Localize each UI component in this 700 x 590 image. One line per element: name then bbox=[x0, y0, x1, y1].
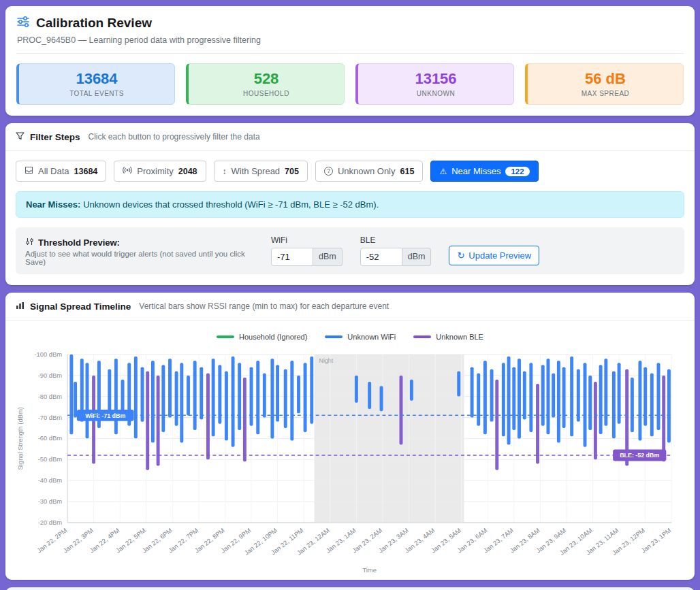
legend-item-household[interactable]: Household (Ignored) bbox=[217, 333, 307, 341]
filter-all-data-button[interactable]: All Data 13684 bbox=[16, 161, 106, 182]
legend-label: Household (Ignored) bbox=[239, 333, 307, 341]
legend-swatch bbox=[413, 335, 431, 338]
wifi-input-group: dBm bbox=[271, 248, 343, 266]
warning-icon: ⚠ bbox=[439, 167, 447, 176]
ble-unit-addon: dBm bbox=[402, 248, 432, 266]
timeline-chart: Night-100 dBm-90 dBm-80 dBm-70 dBm-60 dB… bbox=[14, 344, 686, 576]
refresh-icon: ↻ bbox=[457, 250, 464, 261]
svg-text:WiFi: -71 dBm: WiFi: -71 dBm bbox=[85, 412, 125, 419]
stat-label: TOTAL EVENTS bbox=[26, 90, 168, 97]
wifi-threshold-group: WiFi dBm bbox=[271, 235, 343, 266]
stat-unknown: 13156 UNKNOWN bbox=[355, 63, 514, 105]
ble-input-group: dBm bbox=[360, 248, 432, 266]
threshold-title: Threshold Preview: bbox=[38, 237, 120, 248]
ble-threshold-input[interactable] bbox=[360, 248, 402, 266]
funnel-icon bbox=[16, 131, 25, 143]
filter-proximity-button[interactable]: Proximity 2048 bbox=[114, 161, 206, 182]
sliders-icon bbox=[16, 16, 30, 31]
legend-swatch bbox=[217, 335, 234, 338]
arrows-vertical-icon: ↕ bbox=[223, 167, 227, 176]
stat-label: MAX SPREAD bbox=[535, 90, 676, 97]
filter-buttons-row: All Data 13684 Proximity 2048 ↕ With bbox=[16, 161, 684, 182]
svg-text:-50 dBm: -50 dBm bbox=[38, 456, 63, 463]
threshold-title-row: Threshold Preview: bbox=[25, 237, 253, 248]
stat-value: 13156 bbox=[365, 70, 507, 88]
filter-button-count: 2048 bbox=[178, 167, 197, 176]
svg-text:-90 dBm: -90 dBm bbox=[38, 372, 63, 379]
question-circle-icon: ? bbox=[324, 167, 333, 176]
stat-label: HOUSEHOLD bbox=[195, 90, 337, 97]
page: Calibration Review PROC_9645B0 — Learnin… bbox=[0, 0, 700, 590]
filter-button-label: With Spread bbox=[232, 166, 281, 176]
legend-swatch bbox=[325, 335, 343, 338]
filter-with-spread-button[interactable]: ↕ With Spread 705 bbox=[214, 161, 308, 182]
signal-spread-timeline-card: Signal Spread Timeline Vertical bars sho… bbox=[5, 293, 695, 580]
bar-chart-icon bbox=[16, 300, 25, 312]
legend-label: Unknown WiFi bbox=[347, 333, 396, 341]
filter-near-misses-button[interactable]: ⚠ Near Misses 122 bbox=[430, 161, 538, 182]
filter-button-label: Proximity bbox=[137, 166, 173, 176]
section-subtitle: Vertical bars show RSSI range (min to ma… bbox=[139, 301, 389, 311]
ble-threshold-group: BLE dBm bbox=[360, 235, 432, 266]
divider bbox=[16, 53, 684, 54]
filter-button-count: 13684 bbox=[74, 167, 98, 176]
wifi-label: WiFi bbox=[271, 235, 343, 245]
near-misses-info-banner: Near Misses:Unknown devices that crossed… bbox=[16, 191, 684, 218]
legend-item-unknown-ble[interactable]: Unknown BLE bbox=[413, 333, 483, 341]
adjust-sliders-icon bbox=[25, 237, 34, 248]
wifi-threshold-input[interactable] bbox=[271, 248, 313, 266]
ble-label: BLE bbox=[360, 235, 432, 245]
threshold-preview-box: Threshold Preview: Adjust to see what wo… bbox=[16, 227, 684, 274]
svg-text:-20 dBm: -20 dBm bbox=[38, 519, 63, 526]
stat-value: 13684 bbox=[26, 70, 168, 88]
svg-text:-60 dBm: -60 dBm bbox=[38, 435, 63, 442]
legend-label: Unknown BLE bbox=[436, 333, 483, 341]
x-axis-title: Time bbox=[362, 567, 376, 574]
legend-item-unknown-wifi[interactable]: Unknown WiFi bbox=[325, 333, 396, 341]
update-preview-label: Update Preview bbox=[468, 250, 531, 261]
wifi-unit-addon: dBm bbox=[313, 248, 343, 266]
page-title: Calibration Review bbox=[36, 16, 152, 31]
title-row: Calibration Review bbox=[16, 16, 684, 31]
calibration-review-card: Calibration Review PROC_9645B0 — Learnin… bbox=[5, 6, 695, 116]
svg-text:-30 dBm: -30 dBm bbox=[38, 498, 63, 505]
y-axis-title: Signal Strength (dBm) bbox=[17, 407, 24, 470]
filter-button-count: 705 bbox=[285, 167, 299, 176]
svg-text:BLE: -52 dBm: BLE: -52 dBm bbox=[620, 452, 659, 459]
next-card-peek bbox=[5, 587, 695, 590]
svg-text:Night: Night bbox=[319, 357, 334, 364]
svg-text:-100 dBm: -100 dBm bbox=[34, 351, 62, 358]
info-banner-bold: Near Misses: bbox=[26, 199, 80, 210]
info-banner-text: Unknown devices that crossed threshold (… bbox=[83, 199, 379, 210]
filter-body: All Data 13684 Proximity 2048 ↕ With bbox=[5, 151, 695, 285]
svg-text:-40 dBm: -40 dBm bbox=[38, 477, 63, 484]
filter-button-count: 122 bbox=[505, 167, 529, 176]
stat-value: 528 bbox=[195, 70, 337, 88]
section-title: Filter Steps bbox=[30, 132, 80, 142]
filter-button-count: 615 bbox=[400, 167, 415, 176]
stats-row: 13684 TOTAL EVENTS 528 HOUSEHOLD 13156 U… bbox=[16, 63, 684, 105]
filter-button-label: Unknown Only bbox=[338, 166, 396, 176]
threshold-subtitle: Adjust to see what would trigger alerts … bbox=[25, 250, 253, 266]
filter-steps-header: Filter Steps Click each button to progre… bbox=[5, 123, 695, 151]
filter-button-label: All Data bbox=[38, 166, 69, 176]
section-title: Signal Spread Timeline bbox=[30, 301, 131, 312]
section-subtitle: Click each button to progressively filte… bbox=[89, 132, 260, 142]
stat-value: 56 dB bbox=[535, 70, 676, 88]
chart-legend: Household (Ignored) Unknown WiFi Unknown… bbox=[14, 327, 686, 344]
stat-household: 528 HOUSEHOLD bbox=[186, 63, 345, 105]
svg-text:-80 dBm: -80 dBm bbox=[38, 393, 63, 400]
filter-steps-card: Filter Steps Click each button to progre… bbox=[5, 123, 695, 285]
threshold-text: Threshold Preview: Adjust to see what wo… bbox=[25, 237, 253, 266]
filter-button-label: Near Misses bbox=[451, 166, 500, 176]
timeline-header: Signal Spread Timeline Vertical bars sho… bbox=[5, 293, 695, 321]
stat-max-spread: 56 dB MAX SPREAD bbox=[525, 63, 684, 105]
stat-total-events: 13684 TOTAL EVENTS bbox=[16, 63, 175, 105]
inbox-icon bbox=[25, 166, 33, 176]
filter-unknown-only-button[interactable]: ? Unknown Only 615 bbox=[315, 161, 423, 182]
page-subtitle: PROC_9645B0 — Learning period data with … bbox=[17, 35, 684, 45]
svg-text:-70 dBm: -70 dBm bbox=[38, 414, 63, 421]
stat-label: UNKNOWN bbox=[365, 90, 507, 97]
update-preview-button[interactable]: ↻ Update Preview bbox=[449, 246, 539, 265]
chart-wrap: Household (Ignored) Unknown WiFi Unknown… bbox=[5, 321, 695, 580]
